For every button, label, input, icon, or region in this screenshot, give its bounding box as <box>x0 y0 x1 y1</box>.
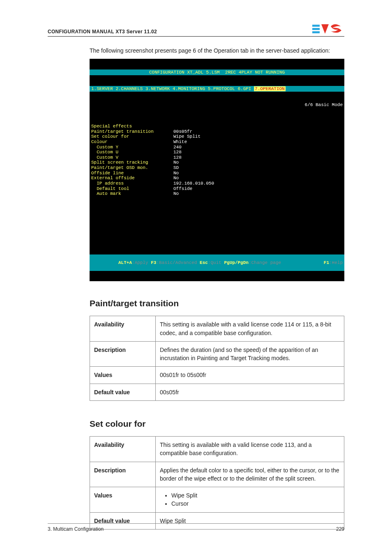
terminal-footer: ALT+A:Apply F3:Basic/Advanced Esc:Quit P… <box>90 254 344 271</box>
terminal-screenshot: CONFIGURATION XT_ADL 5.LSM 2REC 4PLAY NO… <box>90 59 344 281</box>
table-row: Values Wipe Split Cursor <box>90 487 344 513</box>
terminal-row-value: No <box>173 191 179 197</box>
terminal-row-value: No <box>173 171 179 176</box>
intro-text: The following screenshot presents page 6… <box>90 46 344 55</box>
cell-availability-k: Availability <box>90 316 156 342</box>
cell-values-k: Values <box>90 487 156 513</box>
terminal-row-value: No <box>173 160 179 165</box>
terminal-mode: 6/6 Basic Mode <box>90 102 344 108</box>
terminal-row-label: Split screen tracking <box>91 160 173 165</box>
table-row: Availability This setting is available w… <box>90 436 344 462</box>
footer-section: 3. Multicam Configuration <box>48 526 104 532</box>
cell-default-v: 00s05fr <box>156 384 344 400</box>
terminal-row-label: Custom U <box>91 150 173 155</box>
terminal-row-label: Default tool <box>91 186 173 192</box>
terminal-row-label: External offside <box>91 176 173 181</box>
terminal-row-value: 128 <box>173 150 182 155</box>
terminal-row-label: Set colour for <box>91 134 173 139</box>
terminal-section-label: Special effects <box>91 124 132 129</box>
terminal-row-value: White <box>173 139 187 145</box>
table-set-colour: Availability This setting is available w… <box>90 436 344 530</box>
table-row: Availability This setting is available w… <box>90 316 344 342</box>
terminal-row-value: No <box>173 176 179 181</box>
terminal-body: Special effects Paint/target transition0… <box>90 118 344 244</box>
cell-description-k: Description <box>90 462 156 487</box>
terminal-row-value: 192.168.010.050 <box>173 181 214 186</box>
terminal-row-value: SD <box>173 165 179 171</box>
svg-rect-0 <box>312 25 320 27</box>
terminal-tab-active: 7.OPERATION <box>254 86 286 91</box>
cell-description-k: Description <box>90 341 156 367</box>
cell-values-v: 00s01fr to 05s00fr <box>156 367 344 384</box>
cell-description-v: Defines the duration (and so the speed) … <box>156 341 344 367</box>
terminal-row-label: Custom Y <box>91 145 173 150</box>
terminal-row-label: Paint/target transition <box>91 129 173 134</box>
cell-availability-v: This setting is available with a valid l… <box>156 436 344 462</box>
section-heading-set-colour: Set colour for <box>90 419 344 429</box>
terminal-title: CONFIGURATION XT_ADL 5.LSM 2REC 4PLAY NO… <box>90 69 344 76</box>
terminal-row-label: IP address <box>91 181 173 186</box>
table-row: Default value 00s05fr <box>90 384 344 400</box>
terminal-row-label: Colour <box>91 139 173 145</box>
terminal-row-label: Auto mark <box>91 191 173 197</box>
terminal-row-value: 240 <box>173 145 182 150</box>
manual-title: CONFIGURATION MANUAL XT3 Server 11.02 <box>48 29 157 35</box>
table-paint-target: Availability This setting is available w… <box>90 316 344 401</box>
terminal-row-label: Offside line <box>91 171 173 176</box>
svg-rect-1 <box>312 28 320 30</box>
terminal-tabs: 1.SERVER 2.CHANNELS 3.NETWORK 4.MONITORI… <box>90 86 344 92</box>
list-item: Cursor <box>171 500 340 508</box>
cell-availability-k: Availability <box>90 436 156 462</box>
page-header: CONFIGURATION MANUAL XT3 Server 11.02 <box>48 23 344 37</box>
terminal-row-value: Offside <box>173 186 192 192</box>
terminal-row-value: 00s05fr <box>173 129 192 134</box>
footer-page-number: 229 <box>336 526 344 532</box>
section-heading-paint-target: Paint/target transition <box>90 298 344 308</box>
evs-logo <box>312 23 344 35</box>
table-row: Description Applies the default color to… <box>90 462 344 487</box>
table-row: Values 00s01fr to 05s00fr <box>90 367 344 384</box>
terminal-row-label: Custom V <box>91 155 173 160</box>
svg-rect-2 <box>312 31 320 33</box>
terminal-row-value: 128 <box>173 155 182 160</box>
cell-values-v: Wipe Split Cursor <box>156 487 344 513</box>
cell-values-k: Values <box>90 367 156 384</box>
cell-description-v: Applies the default color to a specific … <box>156 462 344 487</box>
cell-availability-v: This setting is available with a valid l… <box>156 316 344 342</box>
cell-default-k: Default value <box>90 384 156 400</box>
table-row: Description Defines the duration (and so… <box>90 341 344 367</box>
svg-marker-3 <box>321 24 329 34</box>
page-footer: 3. Multicam Configuration 229 <box>48 523 344 532</box>
terminal-row-label: Paint/target OSD mon. <box>91 165 173 171</box>
list-item: Wipe Split <box>171 491 340 500</box>
terminal-row-value: Wipe Split <box>173 134 201 139</box>
